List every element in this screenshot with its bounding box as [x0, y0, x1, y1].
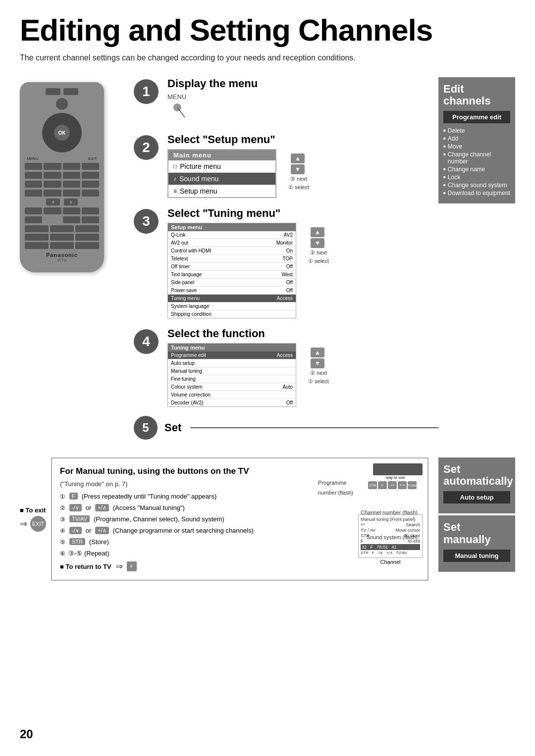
programme-edit-button[interactable]: Programme edit	[443, 111, 510, 123]
step-5-circle: 5	[134, 416, 158, 440]
plus-button[interactable]: +/∧	[95, 504, 108, 511]
remote-control: OK MENU EXIT	[20, 82, 104, 272]
up-arrow[interactable]: ▲	[291, 153, 305, 163]
manual-tuning-display: Manual tuning (Front panel) +*Search TV …	[358, 512, 423, 565]
manual-tuning-sub: ("Tuning mode" on p. 7)	[60, 480, 420, 488]
set-manually-section: Set manually Manual tuning	[438, 515, 515, 571]
up-arrow-4[interactable]: ▲	[311, 348, 324, 357]
f-button[interactable]: F	[69, 493, 78, 500]
setup-icon: ≡	[173, 188, 177, 195]
step-2: 2 Select "Setup menu" Main menu □ Pictur…	[134, 133, 438, 198]
step-4-nav: ▲ ▼ ② next ① select	[306, 347, 329, 386]
step-3-nav: ▲ ▼ ② next ① select	[306, 227, 329, 265]
lock-item: Lock	[443, 174, 510, 181]
str-illus: STR	[368, 481, 377, 489]
return-tv-label: ■ To return to TV	[60, 563, 111, 570]
right-sidebar: Edit channels Programme edit Delete Add …	[438, 77, 515, 448]
to-exit-label: ■ To exit	[20, 506, 46, 514]
auto-setup-button[interactable]: Auto setup	[443, 491, 510, 504]
plus-button-2[interactable]: +/∧	[95, 527, 108, 534]
setup-menu-table: Setup menu Q-LinkAV2 AV2 outMonitor Cont…	[167, 223, 296, 318]
change-channel-number-item: Change channel number	[443, 151, 510, 165]
step-4-title: Select the function	[167, 327, 438, 340]
change-name-item: Change name	[443, 166, 510, 173]
step-3-title: Select "Tuning menu"	[167, 207, 438, 220]
step-3: 3 Select "Tuning menu" Setup menu Q-Link…	[134, 207, 438, 318]
up-arrow-3[interactable]: ▲	[311, 227, 324, 237]
edit-channels-section: Edit channels Programme edit Delete Add …	[438, 77, 515, 203]
minus-button[interactable]: -/∨	[69, 504, 82, 511]
change-sound-system-item: Change sound system	[443, 182, 510, 189]
page-number: 20	[20, 727, 33, 741]
manual-step-1: ① F (Press repeatedly until "Tuning mode…	[60, 493, 420, 500]
page-title: Editing and Setting Channels	[20, 15, 515, 46]
page-subtitle: The current channel settings can be chan…	[20, 53, 515, 62]
exit-button[interactable]: EXIT	[30, 516, 46, 532]
down-arrow[interactable]: ▼	[291, 164, 305, 174]
sound-menu-item[interactable]: ♪ Sound menu	[168, 173, 275, 185]
manual-tuning-button[interactable]: Manual tuning	[443, 550, 510, 562]
main-menu-box: Main menu □ Picture menu ♪ Sound menu	[167, 149, 276, 198]
tuning-menu-table: Tuning menu Programme editAccess Auto se…	[167, 343, 296, 407]
step-3-circle: 3	[134, 209, 159, 234]
sound-icon: ♪	[173, 175, 176, 182]
str-button[interactable]: STR	[69, 538, 85, 545]
delete-item: Delete	[443, 127, 510, 134]
svg-line-1	[177, 107, 185, 117]
f-illus: F	[378, 481, 387, 489]
manual-tuning-title: For Manual tuning, using the buttons on …	[60, 466, 420, 476]
buttons-illustration: way to use STR F -/∨ +/∧ TV/AV	[368, 463, 423, 489]
tv-screen-illus	[373, 463, 423, 475]
tvav-illus: TV/AV	[408, 481, 417, 489]
minus-illus: -/∨	[388, 481, 397, 489]
step-5-title: Set	[164, 421, 181, 434]
edit-channels-list: Delete Add Move Change channel number Ch…	[443, 127, 510, 197]
add-item: Add	[443, 135, 510, 142]
setup-menu-item[interactable]: ≡ Setup menu	[168, 185, 275, 197]
step-4: 4 Select the function Tuning menu Progra…	[134, 327, 438, 407]
set-automatically-section: Set automatically Auto setup	[438, 457, 515, 513]
step-4-circle: 4	[134, 329, 159, 354]
step-2-nav: ▲ ▼ ② next ① select	[286, 153, 309, 192]
plus-illus: +/∧	[398, 481, 407, 489]
f-return-button[interactable]: F	[127, 561, 137, 571]
picture-menu-item[interactable]: □ Picture menu	[168, 160, 275, 173]
move-item: Move	[443, 143, 510, 150]
step-1-sub: MENU	[167, 93, 438, 101]
down-arrow-4[interactable]: ▼	[311, 358, 324, 368]
picture-icon: □	[173, 163, 177, 170]
ok-button[interactable]: OK	[54, 125, 70, 141]
programme-flash-info: Programme number (flash)	[318, 478, 353, 498]
tuning-menu-title: Tuning menu	[168, 344, 296, 352]
tvav-button[interactable]: TV/AV	[69, 515, 90, 522]
step-1: 1 Display the menu MENU	[134, 77, 438, 124]
set-automatically-title: Set automatically	[443, 463, 510, 487]
step-1-circle: 1	[134, 79, 159, 104]
menu-icon	[172, 102, 192, 122]
down-arrow-3[interactable]: ▼	[311, 238, 324, 248]
setup-menu-table-title: Setup menu	[168, 223, 296, 231]
idtv-label: IDTV	[25, 258, 99, 262]
step-2-circle: 2	[134, 135, 159, 160]
step-5-row: 5 Set	[134, 416, 438, 440]
step-1-title: Display the menu	[167, 77, 438, 90]
manual-tuning-box: For Manual tuning, using the buttons on …	[51, 457, 428, 581]
step-2-title: Select "Setup menu"	[167, 133, 438, 146]
brand-logo: Panasonic	[25, 252, 99, 258]
edit-channels-title: Edit channels	[443, 83, 510, 107]
set-manually-title: Set manually	[443, 521, 510, 545]
download-to-equipment-item: Download to equipment	[443, 190, 510, 197]
minus-button-2[interactable]: -/∨	[69, 527, 82, 534]
bottom-right-sidebar: Set automatically Auto setup Set manuall…	[438, 457, 515, 589]
main-menu-title: Main menu	[168, 150, 275, 160]
